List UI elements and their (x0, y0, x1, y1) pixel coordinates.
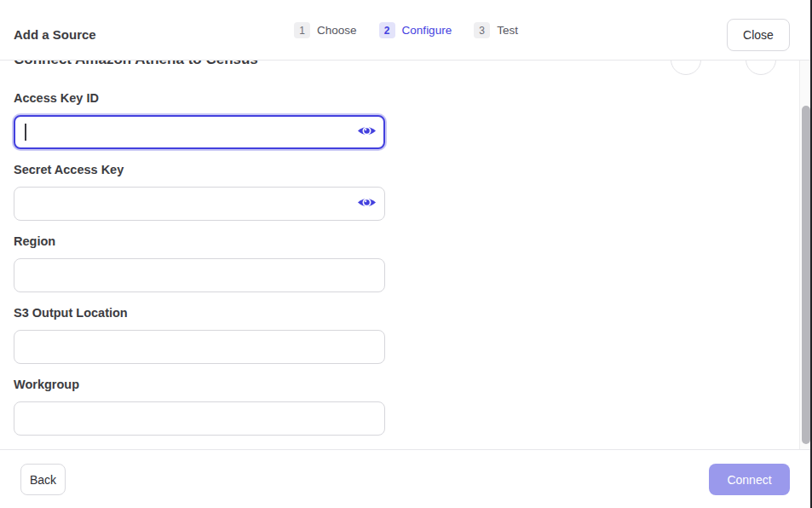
step-choose-label: Choose (317, 24, 357, 37)
eye-icon (357, 193, 377, 215)
modal-title: Add a Source (14, 27, 96, 42)
reveal-password-button[interactable] (355, 193, 377, 215)
access-key-id-input[interactable] (14, 115, 385, 149)
reveal-password-button[interactable] (355, 121, 377, 143)
step-test-label: Test (497, 24, 518, 37)
modal-header: Add a Source 1 Choose 2 Configure 3 Test… (0, 0, 812, 61)
modal-footer: Back Connect (0, 449, 812, 508)
region-input[interactable] (14, 258, 385, 292)
field-label: Workgroup (14, 378, 385, 392)
modal-body: Connect Amazon Athena to Census Access K… (0, 61, 812, 449)
field-region: Region (14, 234, 385, 292)
step-choose-number: 1 (294, 22, 310, 38)
scrollbar-track[interactable] (799, 61, 810, 449)
secret-access-key-input[interactable] (14, 187, 385, 221)
field-access-key-id: Access Key ID (14, 91, 385, 149)
step-configure-label: Configure (402, 24, 452, 37)
step-test-number: 3 (474, 22, 490, 38)
back-button[interactable]: Back (20, 464, 66, 495)
step-choose[interactable]: 1 Choose (294, 22, 357, 38)
eye-icon (357, 121, 377, 143)
add-source-modal: Add a Source 1 Choose 2 Configure 3 Test… (0, 0, 812, 508)
field-label: S3 Output Location (14, 306, 385, 320)
s3-output-location-input[interactable] (14, 330, 385, 364)
stepper: 1 Choose 2 Configure 3 Test (0, 0, 812, 61)
text-caret (25, 124, 26, 141)
field-secret-access-key: Secret Access Key (14, 163, 385, 221)
field-label: Region (14, 234, 385, 249)
workgroup-input[interactable] (14, 401, 385, 436)
step-configure[interactable]: 2 Configure (379, 22, 452, 38)
step-test[interactable]: 3 Test (474, 22, 518, 38)
field-label: Secret Access Key (14, 163, 385, 177)
close-button[interactable]: Close (727, 19, 790, 51)
field-s3-output-location: S3 Output Location (14, 306, 385, 364)
connect-button[interactable]: Connect (709, 464, 790, 495)
field-workgroup: Workgroup (14, 378, 385, 436)
form-content: Connect Amazon Athena to Census Access K… (0, 61, 812, 436)
step-configure-number: 2 (379, 22, 395, 38)
scrollbar-thumb[interactable] (802, 106, 810, 444)
field-label: Access Key ID (14, 91, 385, 106)
